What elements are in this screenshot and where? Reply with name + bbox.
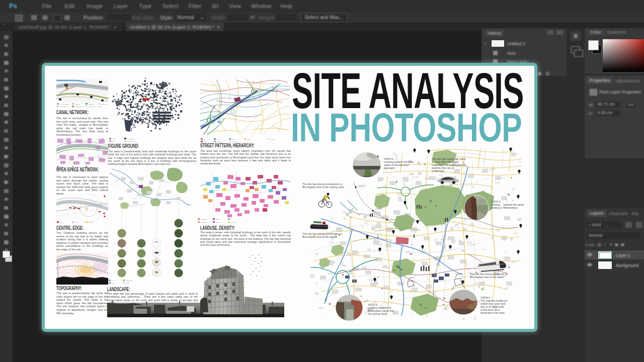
svg-text:C: C (86, 207, 89, 211)
svg-text:MOTOR JUNCT: MOTOR JUNCT (75, 106, 84, 107)
svg-text:SITE: SITE (112, 283, 114, 284)
svg-text:M5: M5 (204, 139, 206, 140)
svg-text:CANAL: CANAL (112, 138, 116, 139)
svg-text:RESIDENTL: RESIDENTL (201, 219, 207, 220)
svg-text:RAILWAY: RAILWAY (217, 139, 222, 140)
svg-text:MIX: MIX (231, 219, 233, 220)
svg-text:WOODL PARK: WOODL PARK (126, 280, 133, 281)
svg-text:CYCLING: CYCLING (270, 139, 275, 140)
svg-text:INDUSTRIAL: INDUSTRIAL (201, 222, 208, 223)
svg-text:EDGE: EDGE (60, 222, 63, 223)
svg-text:PROPOSED WAY: PROPOSED WAY (60, 106, 69, 107)
svg-text:HERITAGE: HERITAGE (231, 222, 237, 223)
svg-text:CANAL: CANAL (112, 280, 116, 281)
svg-text:JUNCTION: JUNCTION (101, 104, 107, 105)
svg-text:CANAL: CANAL (232, 139, 236, 140)
svg-text:CANAL WATERWAY: CANAL WATERWAY (60, 104, 70, 105)
svg-text:M5 EXPWY: M5 EXPWY (75, 104, 81, 105)
svg-text:GREEN RT: GREEN RT (89, 104, 95, 105)
svg-text:HOCKEY TRAM: HOCKEY TRAM (88, 106, 96, 107)
svg-text:▶ CYC: ▶ CYC (99, 106, 102, 108)
svg-text:GREEN: GREEN (126, 283, 130, 284)
svg-text:DENSE: DENSE (216, 219, 220, 220)
svg-text:SITE: SITE (112, 141, 115, 142)
svg-text:SPON: SPON (247, 139, 251, 140)
svg-text:M5 WAY: M5 WAY (75, 222, 79, 223)
svg-text:RETAIL: RETAIL (216, 222, 220, 223)
svg-text:CENTRE: CENTRE (89, 222, 94, 223)
svg-text:OUTSTANDING: OUTSTANDING (127, 141, 135, 142)
svg-text:WALL BUILT: WALL BUILT (127, 138, 134, 139)
